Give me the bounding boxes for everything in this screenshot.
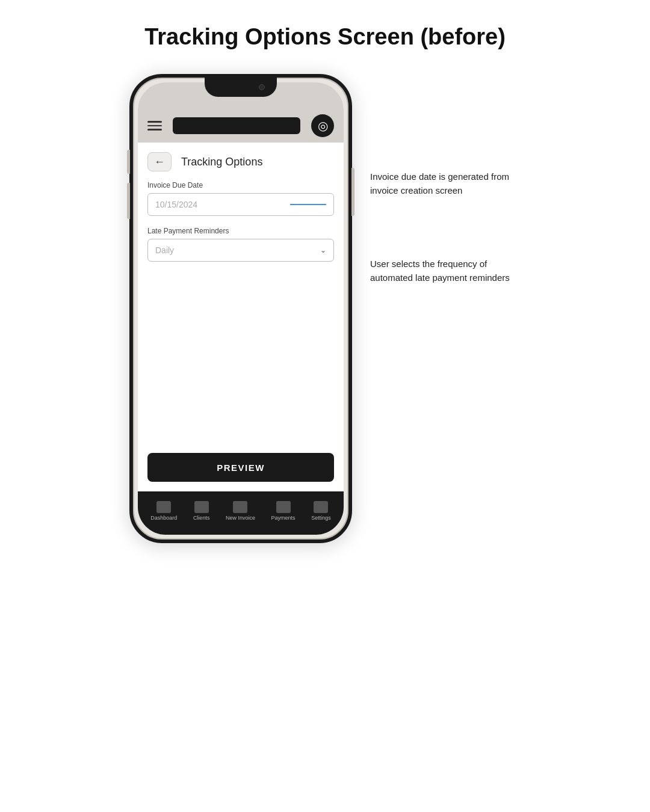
form-area: Invoice Due Date 10/15/2024 Late Payment… xyxy=(138,176,344,453)
nav-label-settings: Settings xyxy=(311,515,331,521)
nav-label-new-invoice: New Invoice xyxy=(226,515,255,521)
avatar[interactable]: ◎ xyxy=(311,114,334,137)
settings-icon xyxy=(314,501,328,513)
phone-screen: ◎ ← Tracking Options Invoice Due Date 10… xyxy=(138,82,344,535)
new-invoice-icon xyxy=(233,501,247,513)
screen-content: ← Tracking Options Invoice Due Date 10/1… xyxy=(138,143,344,535)
nav-label-clients: Clients xyxy=(193,515,210,521)
phone-mockup: ◎ ← Tracking Options Invoice Due Date 10… xyxy=(129,74,352,543)
invoice-due-date-field[interactable]: 10/15/2024 xyxy=(147,193,334,216)
nav-label-dashboard: Dashboard xyxy=(150,515,177,521)
late-payment-value: Daily xyxy=(155,245,174,255)
nav-item-clients[interactable]: Clients xyxy=(193,501,210,521)
preview-button[interactable]: PREVIEW xyxy=(147,453,334,482)
annotations-panel: Invoice due date is generated from invoi… xyxy=(352,74,521,285)
side-button-2 xyxy=(127,183,130,219)
nav-item-dashboard[interactable]: Dashboard xyxy=(150,501,177,521)
nav-item-settings[interactable]: Settings xyxy=(311,501,331,521)
nav-bar: ◎ xyxy=(138,109,344,143)
user-icon: ◎ xyxy=(318,118,328,133)
page-title: Tracking Options Screen (before) xyxy=(144,24,506,50)
clients-icon xyxy=(194,501,209,513)
back-button[interactable]: ← xyxy=(147,152,172,171)
preview-button-label: PREVIEW xyxy=(217,463,265,473)
hamburger-menu[interactable] xyxy=(147,121,162,131)
page-header: ← Tracking Options xyxy=(138,143,344,176)
payments-icon xyxy=(276,501,291,513)
side-button-right xyxy=(351,168,354,216)
invoice-due-date-value: 10/15/2024 xyxy=(155,200,197,209)
field-indicator-line xyxy=(290,204,326,205)
notch-dot xyxy=(259,84,265,90)
side-button-1 xyxy=(127,150,130,174)
late-payment-label: Late Payment Reminders xyxy=(147,227,334,235)
nav-label-payments: Payments xyxy=(271,515,296,521)
nav-title-pill xyxy=(173,117,300,134)
chevron-down-icon: ⌄ xyxy=(320,246,326,254)
bottom-nav: Dashboard Clients New Invoice Payments xyxy=(138,491,344,535)
dashboard-icon xyxy=(156,501,171,513)
phone-notch xyxy=(205,78,277,97)
back-arrow-icon: ← xyxy=(154,156,165,168)
annotation-2: User selects the frequency of automated … xyxy=(370,257,521,285)
annotation-1: Invoice due date is generated from invoi… xyxy=(370,170,521,197)
late-payment-select[interactable]: Daily ⌄ xyxy=(147,239,334,262)
nav-item-payments[interactable]: Payments xyxy=(271,501,296,521)
screen-title: Tracking Options xyxy=(181,156,262,168)
nav-item-new-invoice[interactable]: New Invoice xyxy=(226,501,255,521)
invoice-due-date-label: Invoice Due Date xyxy=(147,181,334,189)
